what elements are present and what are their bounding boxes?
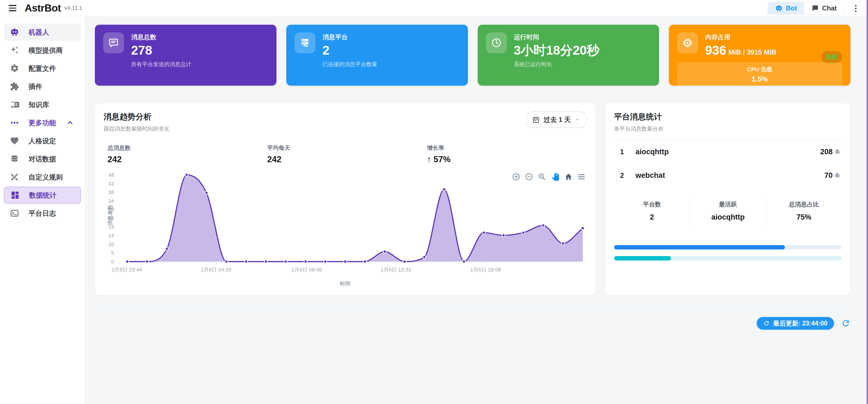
toggle-chat-label: Chat xyxy=(822,4,837,12)
sidebar-item-label: 知识库 xyxy=(29,100,49,109)
svg-text:1月6日 04:20: 1月6日 04:20 xyxy=(201,267,231,272)
sidebar-item-robots[interactable]: 机器人 xyxy=(4,24,81,40)
app-version: v4.11.1 xyxy=(64,5,82,11)
platform-subtitle: 各平台消息数量分布 xyxy=(614,125,842,133)
card-message-platforms: 消息平台 2 已连接的消息平台数量 xyxy=(286,25,468,86)
sidebar-item-plugins[interactable]: 插件 xyxy=(4,78,81,95)
header-actions: Bot Chat xyxy=(768,0,858,17)
card-title: 消息平台 xyxy=(322,33,377,41)
sparkles-icon xyxy=(10,46,19,55)
toggle-bot[interactable]: Bot xyxy=(768,2,804,14)
platform-row-aiocqhttp[interactable]: 1 aiocqhttp 208 条 xyxy=(614,140,842,164)
calendar-icon xyxy=(532,116,540,123)
card-subtitle: 系统已运行时长 xyxy=(514,61,599,68)
crossed-tools-icon xyxy=(10,172,19,182)
area-chart[interactable]: 1月5日 23:441月6日 04:201月6日 08:561月6日 13:32… xyxy=(104,170,585,280)
card-value: 3小时18分20秒 xyxy=(514,44,599,57)
caret-down-icon xyxy=(575,117,580,122)
trend-chart: 消息条数 1月5日 23:441月6日 04:201月6日 08:561月6日 … xyxy=(104,170,587,287)
cpu-load-panel: CPU 负载 1.5% xyxy=(677,62,842,87)
memory-total: MiB / 3915 MiB xyxy=(728,48,776,56)
card-uptime: 运行时间 3小时18分20秒 系统已运行时长 xyxy=(478,25,659,86)
heart-icon xyxy=(10,136,19,145)
most-active-platform: 最活跃 aiocqhttp xyxy=(690,199,766,224)
sidebar: 机器人 模型提供商 配置文件 插件 知识库 xyxy=(0,17,85,404)
selection-zoom-icon[interactable] xyxy=(538,173,546,181)
svg-text:1月6日 18:08: 1月6日 18:08 xyxy=(470,267,501,272)
card-title: 消息总数 xyxy=(131,33,191,41)
home-reset-icon[interactable] xyxy=(564,173,572,181)
chart-toolbar xyxy=(512,172,586,181)
hamburger-menu-icon[interactable] xyxy=(9,5,17,11)
svg-text:10: 10 xyxy=(108,241,114,247)
toggle-chat[interactable]: Chat xyxy=(804,2,844,14)
platform-title: 平台消息统计 xyxy=(614,111,842,122)
svg-text:5: 5 xyxy=(111,250,114,256)
book-icon xyxy=(10,100,19,109)
sidebar-item-label: 机器人 xyxy=(29,28,49,37)
y-axis-title: 消息条数 xyxy=(107,205,114,226)
platform-bars xyxy=(614,245,842,260)
kebab-menu-icon[interactable] xyxy=(854,3,858,13)
x-axis-title: 时间 xyxy=(104,280,587,287)
status-badge: 良好 xyxy=(822,51,842,63)
trend-subtitle: 跟踪消息数量随时间的变化 xyxy=(104,125,169,133)
trend-title: 消息趋势分析 xyxy=(104,111,169,122)
top-bar: AstrBot v4.11.1 Bot Chat xyxy=(0,0,868,17)
card-title: 运行时间 xyxy=(514,33,599,41)
robot-icon xyxy=(775,4,783,12)
sidebar-item-label: 模型提供商 xyxy=(29,46,63,55)
sidebar-item-label: 配置文件 xyxy=(29,64,56,73)
card-subtitle: 已连接的消息平台数量 xyxy=(322,61,377,68)
svg-text:1月5日 23:44: 1月5日 23:44 xyxy=(111,267,142,272)
card-value: 936MiB / 3915 MiB xyxy=(705,44,776,57)
svg-text:38: 38 xyxy=(108,190,114,195)
svg-text:1月6日 08:56: 1月6日 08:56 xyxy=(291,267,322,272)
zoom-in-icon[interactable] xyxy=(512,173,520,181)
sidebar-item-conversation-data[interactable]: 对话数据 xyxy=(4,150,81,167)
sidebar-item-label: 对话数据 xyxy=(29,154,56,164)
card-value: 278 xyxy=(131,44,191,57)
time-range-dropdown[interactable]: 过去 1 天 xyxy=(526,111,587,128)
sidebar-item-statistics[interactable]: 数据统计 xyxy=(4,186,81,204)
cpu-load-label: CPU 负载 xyxy=(677,66,842,73)
platform-summary: 平台数 2 最活跃 aiocqhttp 总消息占比 75% xyxy=(614,199,842,224)
svg-text:34: 34 xyxy=(108,198,114,204)
chat-bubble-icon xyxy=(811,4,819,12)
chart-menu-icon[interactable] xyxy=(577,173,586,181)
platform-count: 平台数 2 xyxy=(614,199,690,224)
trend-stat-total: 总消息数 242 xyxy=(107,144,267,165)
cpu-load-value: 1.5% xyxy=(677,75,842,83)
time-range-label: 过去 1 天 xyxy=(544,115,571,124)
puzzle-icon xyxy=(10,82,19,91)
dashboard-grid-icon xyxy=(10,191,20,200)
sidebar-item-model-providers[interactable]: 模型提供商 xyxy=(4,42,81,59)
sidebar-item-custom-rules[interactable]: 自定义规则 xyxy=(4,169,81,185)
svg-text:14: 14 xyxy=(108,233,114,238)
platform-row-webchat[interactable]: 2 webchat 70 条 xyxy=(614,164,842,187)
sidebar-item-platform-logs[interactable]: 平台日志 xyxy=(4,205,81,222)
sidebar-item-persona[interactable]: 人格设定 xyxy=(4,132,81,149)
robot-icon xyxy=(10,27,19,37)
sidebar-item-config[interactable]: 配置文件 xyxy=(4,60,81,77)
database-icon xyxy=(10,154,19,164)
chevron-up-icon xyxy=(67,119,74,126)
sidebar-item-label: 人格设定 xyxy=(29,136,56,145)
sidebar-section-more-features[interactable]: 更多功能 xyxy=(4,114,81,131)
toggle-bot-label: Bot xyxy=(786,4,797,12)
zoom-out-icon[interactable] xyxy=(525,173,533,181)
cpu-chip-icon xyxy=(677,32,698,53)
sidebar-item-knowledge-base[interactable]: 知识库 xyxy=(4,96,81,113)
svg-text:0: 0 xyxy=(111,259,114,265)
terminal-icon xyxy=(10,209,19,218)
message-share: 总消息占比 75% xyxy=(766,199,842,224)
stat-cards: 消息总数 278 所有平台发送的消息总计 消息平台 2 已连接的消息平台数量 xyxy=(95,25,850,86)
refresh-button[interactable] xyxy=(841,319,850,328)
svg-text:43: 43 xyxy=(108,181,114,186)
page-scrollbar[interactable] xyxy=(867,0,868,404)
ellipsis-icon xyxy=(10,118,19,127)
last-update-chip[interactable]: 最后更新: 23:44:00 xyxy=(757,317,834,329)
trend-stat-growth: 增长率 ↑ 57% xyxy=(427,144,587,165)
pan-icon[interactable] xyxy=(551,172,560,181)
message-bubble-icon xyxy=(103,32,124,53)
